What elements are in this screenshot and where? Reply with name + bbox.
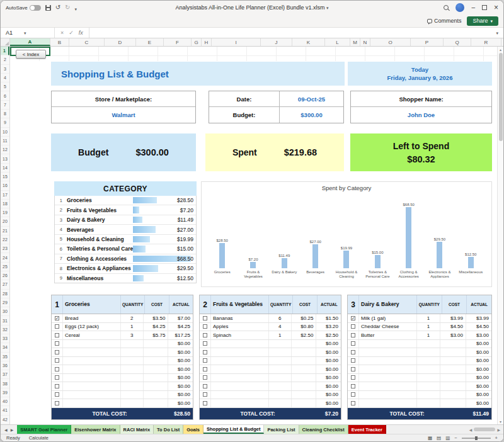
checkbox-unchecked[interactable] [203,350,207,354]
search-icon[interactable] [444,5,449,10]
item-name-cell[interactable]: Cheddar Cheese [359,323,417,331]
item-qty-cell[interactable]: 1 [121,323,144,331]
column-header-C[interactable]: C [69,38,105,46]
checkbox-unchecked[interactable] [351,324,355,329]
checkbox-unchecked[interactable] [203,392,207,397]
item-name-cell[interactable] [211,365,269,373]
category-row-beverages[interactable]: 4Beverages$27.00 [55,225,196,234]
store-value-cell[interactable]: Walmart [52,107,195,123]
item-cost-cell[interactable] [292,340,317,348]
item-name-cell[interactable] [359,399,417,407]
item-qty-cell[interactable] [417,340,440,348]
checkbox-checked[interactable] [351,316,355,320]
redo-icon[interactable] [65,4,70,11]
item-cost-cell[interactable] [440,391,466,399]
item-name-cell[interactable] [359,391,417,399]
item-cost-cell[interactable]: $4.25 [144,323,169,331]
status-calculate[interactable]: Calculate [29,435,49,441]
item-name-cell[interactable] [359,357,417,365]
minimize-button[interactable] [471,4,475,11]
item-cost-cell[interactable] [440,348,466,356]
checkbox-unchecked[interactable] [55,333,59,337]
category-row-electronics-appliances[interactable]: 8Electronics & Appliances$29.50 [55,264,196,273]
row-header-4[interactable]: 4 [1,74,9,82]
column-header-R[interactable]: R [471,38,501,46]
normal-view-icon[interactable] [428,436,432,441]
row-header-10[interactable]: 10 [1,128,9,137]
item-cost-cell[interactable] [440,374,466,382]
item-name-cell[interactable] [359,340,417,348]
category-row-clothing-accessories[interactable]: 7Clothing & Accessories$68.50 [55,254,196,264]
row-header-11[interactable]: 11 [1,137,9,145]
item-qty-cell[interactable]: 1 [417,314,440,322]
checkbox-unchecked[interactable] [351,375,355,380]
item-qty-cell[interactable] [417,382,440,390]
row-header-13[interactable]: 13 [1,154,9,163]
item-cost-cell[interactable] [292,399,317,407]
share-button[interactable]: Share [467,16,498,26]
item-qty-cell[interactable] [417,348,440,356]
item-qty-cell[interactable] [417,399,440,407]
column-header-Q[interactable]: Q [444,38,471,46]
checkbox-unchecked[interactable] [203,358,207,363]
item-cost-cell[interactable]: $3.50 [144,314,169,322]
item-qty-cell[interactable] [121,382,144,390]
item-cost-cell[interactable] [144,348,169,356]
item-qty-cell[interactable]: 3 [121,331,144,339]
item-name-cell[interactable]: Cereal [63,331,121,339]
autosave-toggle[interactable] [30,5,41,11]
row-header-2[interactable]: 2 [1,55,9,64]
item-name-cell[interactable] [211,348,269,356]
row-header-6[interactable]: 6 [1,91,9,100]
scroll-up-icon[interactable] [500,47,501,52]
row-header-12[interactable]: 12 [1,145,9,154]
item-name-cell[interactable]: Bananas [211,314,269,322]
row-header-26[interactable]: 26 [1,271,9,280]
select-all-corner[interactable] [1,38,10,46]
row-header-14[interactable]: 14 [1,164,9,173]
row-header-22[interactable]: 22 [1,235,9,244]
checkbox-unchecked[interactable] [55,341,59,346]
item-cost-cell[interactable] [440,357,466,365]
row-header-3[interactable]: 3 [1,65,9,74]
row-header-21[interactable]: 21 [1,227,9,235]
comments-button[interactable]: Comments [427,18,462,24]
row-header-41[interactable]: 41 [1,406,9,415]
row-header-34[interactable]: 34 [1,343,9,352]
item-cost-cell[interactable]: $3.99 [440,314,466,322]
row-header-35[interactable]: 35 [1,353,9,361]
row-header-18[interactable]: 18 [1,200,9,208]
checkbox-unchecked[interactable] [203,341,207,346]
quick-access-chevron-icon[interactable] [74,2,77,13]
column-header-B[interactable]: B [50,38,69,46]
item-cost-cell[interactable] [144,399,169,407]
item-name-cell[interactable] [63,348,121,356]
category-row-miscellaneous[interactable]: 9Miscellaneous$12.50 [55,274,196,283]
page-layout-view-icon[interactable] [437,436,441,441]
item-name-cell[interactable] [359,374,417,382]
column-header-P[interactable]: P [411,38,444,46]
save-icon[interactable] [45,5,51,11]
category-row-groceries[interactable]: 1Groceries$28.50 [55,196,196,205]
checkbox-unchecked[interactable] [351,401,355,405]
item-qty-cell[interactable] [121,365,144,373]
row-header-19[interactable]: 19 [1,208,9,217]
row-header-37[interactable]: 37 [1,370,9,379]
sheet-tab-to-do-list[interactable]: To Do List [154,425,183,434]
item-qty-cell[interactable]: 1 [417,323,440,331]
checkbox-unchecked[interactable] [55,384,59,388]
item-cost-cell[interactable] [144,340,169,348]
item-cost-cell[interactable]: $5.75 [144,331,169,339]
checkbox-unchecked[interactable] [351,350,355,354]
checkbox-unchecked[interactable] [351,333,355,337]
item-name-cell[interactable] [359,365,417,373]
item-qty-cell[interactable] [417,365,440,373]
item-cost-cell[interactable] [144,365,169,373]
item-qty-cell[interactable]: 2 [121,314,144,322]
sheet-tab-smart-goal-planner[interactable]: SMART Goal Planner [17,425,71,434]
column-header-F[interactable]: F [164,38,192,46]
cancel-entry-icon[interactable] [60,30,64,36]
item-cost-cell[interactable] [144,374,169,382]
item-cost-cell[interactable] [440,399,466,407]
row-header-32[interactable]: 32 [1,326,9,334]
